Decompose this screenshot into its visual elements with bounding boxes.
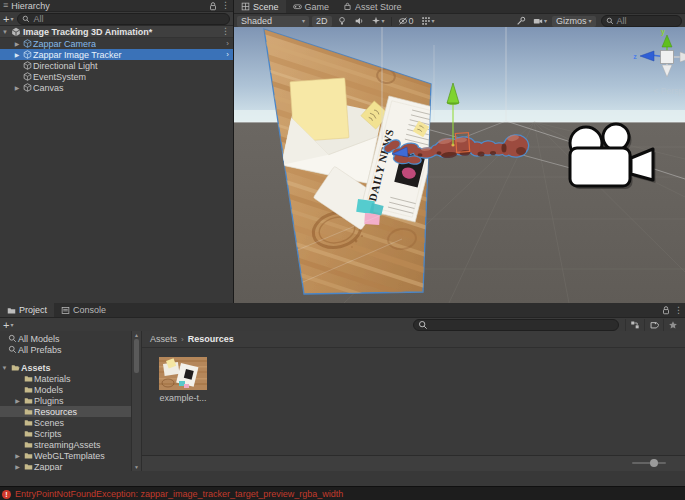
- gameobject-cube-icon: [22, 83, 33, 92]
- tree-folder-materials[interactable]: Materials: [0, 373, 131, 384]
- hierarchy-item-zappar-camera[interactable]: ▶ Zappar Camera ›: [0, 38, 233, 49]
- foldout-closed-icon[interactable]: ▶: [12, 84, 22, 91]
- tab-project[interactable]: Project: [0, 303, 54, 317]
- console-icon: [61, 306, 70, 315]
- scene-name: Image Tracking 3D Animation*: [23, 27, 152, 37]
- project-search-input[interactable]: [413, 319, 619, 331]
- scene-viewport-canvas[interactable]: DAILY NEWS: [234, 27, 685, 303]
- tree-folder-streamingassets[interactable]: streamingAssets: [0, 439, 131, 450]
- hierarchy-search-placeholder: All: [33, 14, 43, 24]
- folder-icon: [7, 306, 16, 315]
- scrollbar-thumb[interactable]: [134, 339, 139, 373]
- lock-icon[interactable]: [661, 303, 671, 317]
- hierarchy-scene-row[interactable]: ▼ Image Tracking 3D Animation* ⋮: [0, 26, 233, 38]
- foldout-closed-icon[interactable]: ▶: [12, 40, 22, 47]
- hierarchy-search-input[interactable]: All: [17, 13, 230, 25]
- filter-by-label-button[interactable]: [644, 319, 663, 331]
- project-add-button[interactable]: +▾: [3, 320, 13, 330]
- foldout-open-icon[interactable]: ▼: [0, 365, 9, 371]
- foldout-open-icon[interactable]: ▼: [0, 29, 10, 35]
- tree-folder-scripts[interactable]: Scripts: [0, 428, 131, 439]
- component-tools-button[interactable]: [514, 16, 528, 27]
- folder-icon: [22, 440, 34, 449]
- dropdown-caret-icon: ▾: [382, 18, 385, 24]
- folder-icon: [22, 374, 34, 383]
- lock-icon[interactable]: [208, 1, 218, 11]
- scene-kebab-icon[interactable]: ⋮: [221, 27, 230, 36]
- scene-audio-button[interactable]: [352, 16, 366, 27]
- hierarchy-item-canvas[interactable]: ▶ Canvas: [0, 82, 233, 93]
- gizmos-dropdown[interactable]: Gizmos ▾: [552, 16, 596, 27]
- foldout-closed-icon[interactable]: ▶: [13, 463, 22, 470]
- hierarchy-item-eventsystem[interactable]: EventSystem: [0, 71, 233, 82]
- hierarchy-item-zappar-image-tracker[interactable]: ▶ Zappar Image Tracker ›: [0, 49, 233, 60]
- filter-by-type-button[interactable]: [625, 319, 644, 331]
- tree-folder-webgltemplates[interactable]: ▶ WebGLTemplates: [0, 450, 131, 461]
- prefab-chevron-icon[interactable]: ›: [226, 39, 229, 48]
- scroll-down-icon[interactable]: ▼: [134, 464, 139, 470]
- hierarchy-add-button[interactable]: +▾: [3, 14, 13, 24]
- breadcrumb-resources[interactable]: Resources: [188, 334, 234, 344]
- breadcrumb-assets[interactable]: Assets: [150, 334, 177, 344]
- project-folder-tree: All Models All Prefabs ▼ Assets Material…: [0, 331, 131, 471]
- scene-panel: Scene Game Asset Store Shaded ▾ 2D ▾: [234, 0, 685, 303]
- scene-visibility-button[interactable]: 0: [396, 16, 416, 27]
- kebab-menu-icon[interactable]: ⋮: [674, 306, 683, 315]
- sparkle-icon: [371, 16, 381, 26]
- asset-store-bag-icon: [343, 2, 352, 11]
- folder-icon: [22, 429, 34, 438]
- scene-effects-dropdown[interactable]: ▾: [369, 16, 387, 27]
- folder-icon: [22, 451, 34, 460]
- tree-folder-zappar[interactable]: ▶ Zappar: [0, 461, 131, 471]
- tree-folder-plugins[interactable]: ▶ Plugins: [0, 395, 131, 406]
- gamepad-icon: [293, 2, 302, 11]
- foldout-closed-icon[interactable]: ▶: [13, 452, 22, 459]
- tree-folder-models[interactable]: Models: [0, 384, 131, 395]
- speaker-icon: [354, 16, 364, 26]
- scene-search-input[interactable]: All: [601, 15, 682, 27]
- hierarchy-item-label: EventSystem: [33, 72, 86, 82]
- tab-scene[interactable]: Scene: [234, 0, 286, 13]
- hierarchy-item-label: Canvas: [33, 83, 64, 93]
- kebab-menu-icon[interactable]: ⋮: [221, 1, 230, 10]
- scroll-up-icon[interactable]: ▲: [134, 332, 139, 338]
- toggle-2d-button[interactable]: 2D: [312, 16, 332, 27]
- scene-lighting-button[interactable]: [335, 16, 349, 27]
- dropdown-caret-icon: ▾: [302, 18, 305, 24]
- shading-mode-dropdown[interactable]: Shaded ▾: [237, 16, 309, 27]
- tab-console[interactable]: Console: [54, 303, 113, 317]
- tree-assets-root[interactable]: ▼ Assets: [0, 362, 131, 373]
- thumbnail-zoom-slider[interactable]: [632, 462, 666, 464]
- favorite-all-models[interactable]: All Models: [0, 333, 131, 344]
- prefab-chevron-icon[interactable]: ›: [226, 50, 229, 59]
- folder-icon: [22, 418, 34, 427]
- foldout-closed-icon[interactable]: ▶: [13, 397, 22, 404]
- asset-grid: example-t...: [142, 348, 685, 456]
- favorite-all-prefabs[interactable]: All Prefabs: [0, 344, 131, 355]
- hierarchy-item-label: Directional Light: [33, 61, 98, 71]
- tree-scrollbar[interactable]: ▲ ▼: [131, 331, 141, 471]
- dropdown-caret-icon: ▾: [10, 16, 13, 22]
- status-bar[interactable]: ! EntryPointNotFoundException: zappar_im…: [0, 486, 685, 500]
- unity-scene-icon: [10, 27, 21, 37]
- tab-game[interactable]: Game: [286, 0, 337, 13]
- thumbnail-zoom-knob[interactable]: [650, 459, 658, 467]
- favorites-star-button[interactable]: [663, 319, 682, 331]
- tree-folder-resources[interactable]: Resources: [0, 406, 131, 417]
- tab-asset-store[interactable]: Asset Store: [336, 0, 409, 13]
- scene-camera-dropdown[interactable]: ▾: [531, 16, 549, 27]
- gizmo-x-cone[interactable]: [680, 52, 685, 62]
- hamburger-icon[interactable]: ≡: [3, 1, 8, 10]
- breadcrumb: Assets › Resources: [142, 331, 685, 348]
- grid-icon: [421, 16, 431, 26]
- dropdown-caret-icon: ▾: [544, 18, 547, 24]
- foldout-closed-icon[interactable]: ▶: [12, 51, 22, 58]
- scene-tabbar: Scene Game Asset Store: [234, 0, 685, 14]
- hierarchy-item-directional-light[interactable]: Directional Light: [0, 60, 233, 71]
- asset-example-target[interactable]: example-t...: [159, 357, 207, 403]
- gizmo-cube[interactable]: [661, 51, 674, 64]
- tree-folder-scenes[interactable]: Scenes: [0, 417, 131, 428]
- projection-label[interactable]: < Persp: [653, 86, 683, 96]
- grid-visual-dropdown[interactable]: ▾: [419, 16, 437, 27]
- folder-icon: [22, 462, 34, 471]
